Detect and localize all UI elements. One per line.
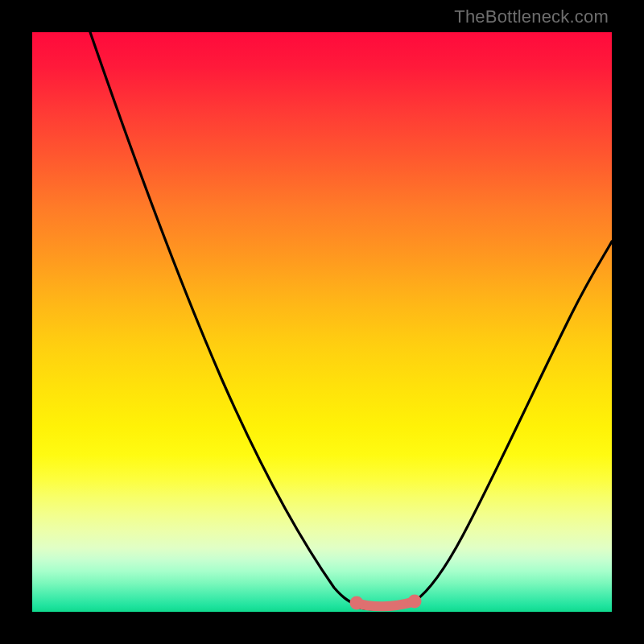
highlight-dot-right	[408, 595, 422, 609]
plot-area	[32, 32, 612, 612]
chart-frame: TheBottleneck.com	[0, 0, 644, 644]
highlight-dot-left	[350, 597, 364, 610]
right-curve	[415, 242, 612, 601]
watermark-text: TheBottleneck.com	[454, 6, 609, 27]
flat-highlight	[357, 601, 415, 606]
left-curve	[90, 32, 357, 604]
curve-layer	[32, 32, 612, 612]
